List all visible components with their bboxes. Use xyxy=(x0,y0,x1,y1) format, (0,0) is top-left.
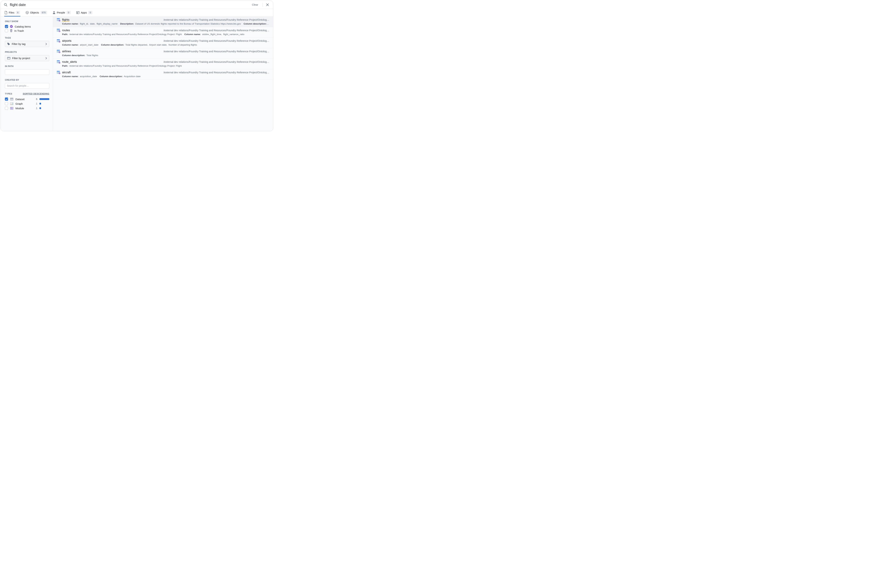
in-path-header: IN PATH xyxy=(5,65,49,68)
result-detail: Column name: flight_id, date, flight_dis… xyxy=(57,22,269,25)
result-title: flights xyxy=(62,18,69,21)
tab-apps-count: 0 xyxy=(88,11,92,14)
search-result[interactable]: aircraft /external dev relations/Foundry… xyxy=(53,69,273,80)
catalog-label: Catalog items xyxy=(15,25,31,28)
tab-files-label: Files xyxy=(9,11,14,14)
svg-rect-7 xyxy=(77,13,78,14)
svg-rect-53 xyxy=(57,60,60,61)
search-result[interactable]: airports /external dev relations/Foundry… xyxy=(53,38,273,48)
result-detail: Column name: airport_start_date Column d… xyxy=(57,44,269,46)
type-row-module[interactable]: Module 1 xyxy=(5,106,49,111)
svg-rect-27 xyxy=(11,108,13,109)
types-list: Dataset 6 Graph 1 Module 1 xyxy=(5,97,49,111)
svg-rect-14 xyxy=(11,98,14,99)
only-show-catalog[interactable]: Catalog items xyxy=(5,24,49,28)
svg-rect-24 xyxy=(11,107,14,110)
person-icon xyxy=(53,11,56,14)
checkbox-catalog[interactable] xyxy=(5,25,8,28)
search-result[interactable]: route_alerts /external dev relations/Fou… xyxy=(53,59,273,69)
types-sort-toggle[interactable]: Sorted descending xyxy=(23,92,49,95)
project-icon xyxy=(7,57,11,60)
chevron-right-icon xyxy=(46,43,47,45)
tab-apps-label: Apps xyxy=(81,11,87,14)
in-path-input[interactable] xyxy=(5,69,49,75)
body: ONLY SHOW Catalog items In Trash TAGS xyxy=(1,16,273,131)
tab-objects[interactable]: Objects 670 xyxy=(25,9,48,16)
only-show-trash[interactable]: In Trash xyxy=(5,28,49,33)
tab-files-count: 6 xyxy=(16,11,20,14)
result-path: /external dev relations/Foundry Training… xyxy=(164,50,269,53)
svg-point-4 xyxy=(54,11,55,12)
filter-by-tag-label: Filter by tag xyxy=(12,42,26,45)
created-by-input[interactable] xyxy=(5,83,49,88)
svg-rect-26 xyxy=(12,108,13,108)
type-name: Module xyxy=(15,107,33,110)
filter-by-tag-button[interactable]: Filter by tag xyxy=(5,41,49,47)
search-bar: Clear xyxy=(1,1,273,9)
dataset-icon xyxy=(57,60,60,63)
checkbox-type-graph[interactable] xyxy=(5,102,8,105)
result-path: /external dev relations/Foundry Training… xyxy=(164,39,269,42)
svg-rect-47 xyxy=(57,50,60,51)
result-path: /external dev relations/Foundry Training… xyxy=(164,71,269,74)
result-title: airports xyxy=(62,39,71,42)
svg-point-9 xyxy=(8,43,8,44)
dataset-icon xyxy=(57,39,60,42)
result-tabs: Files 6 Objects 670 People 0 Apps 0 xyxy=(1,9,273,16)
tab-objects-label: Objects xyxy=(30,11,39,14)
results-list: flights /external dev relations/Foundry … xyxy=(53,16,273,131)
app-icon xyxy=(76,11,80,14)
file-icon xyxy=(5,11,8,14)
tab-apps[interactable]: Apps 0 xyxy=(76,9,93,16)
checkbox-type-module[interactable] xyxy=(5,106,8,110)
result-detail: Path: /external dev relations/Foundry Tr… xyxy=(57,64,269,67)
search-input[interactable] xyxy=(10,3,248,7)
search-result[interactable]: flights /external dev relations/Foundry … xyxy=(53,16,273,27)
clear-button[interactable]: Clear xyxy=(250,3,260,7)
chevron-right-icon xyxy=(46,57,47,59)
result-detail: Path: /external dev relations/Foundry Tr… xyxy=(57,33,269,36)
result-title: routes xyxy=(62,29,70,32)
svg-rect-25 xyxy=(11,108,12,108)
result-detail: Column name: acquisition_date Column des… xyxy=(57,75,269,78)
tab-people-label: People xyxy=(57,11,65,14)
type-row-graph[interactable]: Graph 1 xyxy=(5,101,49,106)
close-icon[interactable] xyxy=(265,3,270,7)
filter-by-project-button[interactable]: Filter by project xyxy=(5,55,49,61)
projects-header: PROJECTS xyxy=(5,51,49,53)
svg-line-1 xyxy=(6,5,7,6)
result-path: /external dev relations/Foundry Training… xyxy=(164,29,269,32)
svg-rect-10 xyxy=(8,57,10,59)
checkbox-trash[interactable] xyxy=(5,29,8,32)
result-path: /external dev relations/Foundry Training… xyxy=(164,18,269,21)
search-result[interactable]: airlines /external dev relations/Foundry… xyxy=(53,48,273,59)
search-icon xyxy=(4,3,8,6)
result-title: airlines xyxy=(62,50,71,53)
app-window: Clear Files 6 Objects 670 People 0 xyxy=(0,0,273,131)
type-dataset-icon xyxy=(10,98,14,100)
svg-rect-59 xyxy=(57,71,60,72)
tab-objects-count: 670 xyxy=(41,11,47,14)
type-name: Graph xyxy=(15,102,33,105)
dataset-icon xyxy=(57,29,60,32)
svg-rect-35 xyxy=(57,29,60,30)
type-graph-icon xyxy=(10,102,14,105)
search-result[interactable]: routes /external dev relations/Foundry T… xyxy=(53,27,273,38)
tag-icon xyxy=(7,43,10,45)
checkbox-type-dataset[interactable] xyxy=(5,98,8,100)
type-count: 6 xyxy=(35,98,38,100)
result-detail: Column description: Total flights xyxy=(57,54,269,57)
type-name: Dataset xyxy=(15,98,33,100)
svg-rect-41 xyxy=(57,39,60,40)
dataset-icon xyxy=(57,71,60,74)
type-module-icon xyxy=(10,107,14,110)
type-row-dataset[interactable]: Dataset 6 xyxy=(5,97,49,101)
type-bar xyxy=(39,103,49,105)
type-bar xyxy=(39,98,49,100)
tab-files[interactable]: Files 6 xyxy=(4,9,20,16)
filter-sidebar: ONLY SHOW Catalog items In Trash TAGS xyxy=(1,16,53,131)
trash-icon xyxy=(10,29,13,32)
only-show-header: ONLY SHOW xyxy=(5,20,49,22)
tab-people[interactable]: People 0 xyxy=(52,9,71,16)
types-header-row: TYPES Sorted descending xyxy=(5,92,49,95)
